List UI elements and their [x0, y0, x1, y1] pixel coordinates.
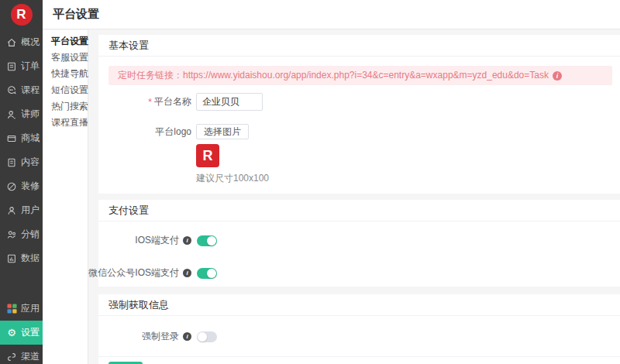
platform-settings-page: R 概况 订单 课程 讲师 商城	[0, 0, 620, 364]
sidebar-item-label: 分销	[21, 228, 40, 241]
sidebar-item-data[interactable]: 数据	[0, 246, 43, 270]
apps-icon	[6, 304, 17, 314]
sidebar-item-distribution[interactable]: 分销	[0, 222, 43, 246]
wechat-ios-payment-toggle[interactable]	[197, 268, 217, 279]
platform-name-input[interactable]	[196, 93, 263, 111]
toggle-knob	[207, 269, 216, 278]
sidebar-item-label: 概况	[21, 36, 40, 49]
submenu-item-service-settings[interactable]: 客服设置	[43, 50, 88, 66]
sidebar-item-label: 渠道	[21, 350, 40, 363]
platform-name-row: * 平台名称	[98, 93, 620, 111]
submenu-item-course-live[interactable]: 课程直播	[43, 115, 88, 131]
form-footer: 保存	[98, 356, 620, 364]
sidebar-item-lecturers[interactable]: 讲师	[0, 102, 43, 126]
sidebar-item-label: 讲师	[21, 108, 40, 121]
info-icon[interactable]: i	[183, 236, 191, 245]
sidebar-item-label: 应用	[21, 302, 40, 315]
sidebar-item-apps[interactable]: 应用	[0, 297, 43, 321]
platform-logo-preview[interactable]: R	[196, 144, 219, 167]
settings-submenu: 平台设置 客服设置 快捷导航 短信设置 热门搜索 课程直播	[43, 30, 88, 364]
sidebar-item-orders[interactable]: 订单	[0, 54, 43, 78]
data-icon	[6, 253, 17, 264]
basic-settings-card: 基本设置 定时任务链接：https://www.yidaishou.org/ap…	[98, 35, 620, 194]
sidebar-item-label: 订单	[21, 60, 40, 73]
toggle-knob	[198, 332, 207, 342]
sidebar-item-label: 内容	[21, 156, 40, 169]
submenu-item-platform-settings[interactable]: 平台设置	[43, 33, 88, 50]
main-sidebar: R 概况 订单 课程 讲师 商城	[0, 0, 43, 364]
force-login-toggle[interactable]	[197, 331, 217, 342]
sidebar-item-label: 数据	[21, 252, 40, 265]
sidebar-item-label: 商城	[21, 132, 40, 145]
content-icon	[6, 157, 17, 168]
brand-logo-icon: R	[11, 4, 33, 26]
mall-icon	[6, 133, 17, 144]
info-icon[interactable]: i	[183, 332, 191, 341]
sidebar-item-label: 装修	[21, 180, 40, 193]
platform-logo-label: 平台logo	[98, 125, 191, 139]
basic-settings-title: 基本设置	[98, 35, 620, 57]
page-title: 平台设置	[53, 7, 99, 22]
orders-icon	[6, 61, 17, 72]
sidebar-item-users[interactable]: 用户	[0, 198, 43, 222]
cron-task-alert: 定时任务链接：https://www.yidaishou.org/app/ind…	[108, 66, 612, 85]
submenu-item-hot-search[interactable]: 热门搜索	[43, 98, 88, 115]
ios-payment-row: IOS端支付 i	[98, 234, 620, 247]
force-login-label: 强制登录 i	[98, 330, 191, 343]
payment-settings-card: 支付设置 IOS端支付 i 微信公众号IOS端支付 i	[98, 200, 620, 287]
platform-logo-row: 平台logo 选择图片	[98, 124, 620, 139]
toggle-knob	[207, 236, 216, 246]
sidebar-item-mall[interactable]: 商城	[0, 126, 43, 150]
lecturer-icon	[6, 109, 17, 120]
required-asterisk: *	[148, 97, 152, 108]
save-button[interactable]: 保存	[108, 362, 143, 364]
ios-payment-toggle[interactable]	[197, 235, 217, 246]
sidebar-item-settings[interactable]: ⚙ 设置	[0, 321, 43, 345]
force-login-row: 强制登录 i	[98, 330, 620, 343]
home-icon	[6, 37, 17, 48]
logo-size-hint: 建议尺寸100x100	[196, 172, 620, 185]
main-content: 基本设置 定时任务链接：https://www.yidaishou.org/ap…	[88, 30, 620, 364]
info-icon[interactable]: i	[183, 269, 191, 277]
user-icon	[6, 205, 17, 216]
main-nav: 概况 订单 课程 讲师 商城 内容	[0, 29, 43, 364]
submenu-item-quick-nav[interactable]: 快捷导航	[43, 66, 88, 82]
choose-image-button[interactable]: 选择图片	[196, 124, 249, 139]
channel-icon	[6, 352, 17, 362]
sidebar-item-channels[interactable]: 渠道	[0, 345, 43, 364]
wechat-ios-payment-row: 微信公众号IOS端支付 i	[98, 266, 620, 280]
cron-task-alert-text: 定时任务链接：https://www.yidaishou.org/app/ind…	[118, 69, 549, 82]
sidebar-item-content[interactable]: 内容	[0, 150, 43, 174]
payment-settings-title: 支付设置	[98, 200, 620, 221]
ios-payment-label: IOS端支付 i	[98, 234, 191, 247]
decorate-icon	[6, 181, 17, 192]
distribution-icon	[6, 229, 17, 240]
alert-info-icon[interactable]: i	[553, 71, 562, 81]
top-header: 平台设置	[43, 0, 620, 29]
sidebar-item-label: 用户	[21, 204, 40, 217]
wechat-ios-payment-label: 微信公众号IOS端支付 i	[98, 266, 191, 280]
sidebar-item-label: 设置	[21, 326, 40, 339]
sidebar-item-decorate[interactable]: 装修	[0, 174, 43, 198]
sidebar-item-label: 课程	[21, 84, 40, 97]
force-info-card: 强制获取信息 强制登录 i 保存	[98, 294, 620, 364]
platform-name-label: * 平台名称	[98, 95, 191, 108]
submenu-item-sms-settings[interactable]: 短信设置	[43, 82, 88, 98]
force-info-title: 强制获取信息	[98, 294, 620, 316]
sidebar-item-courses[interactable]: 课程	[0, 78, 43, 102]
brand-logo[interactable]: R	[0, 0, 43, 29]
sidebar-item-overview[interactable]: 概况	[0, 30, 43, 54]
gear-icon: ⚙	[6, 328, 17, 338]
courses-icon	[6, 85, 17, 96]
